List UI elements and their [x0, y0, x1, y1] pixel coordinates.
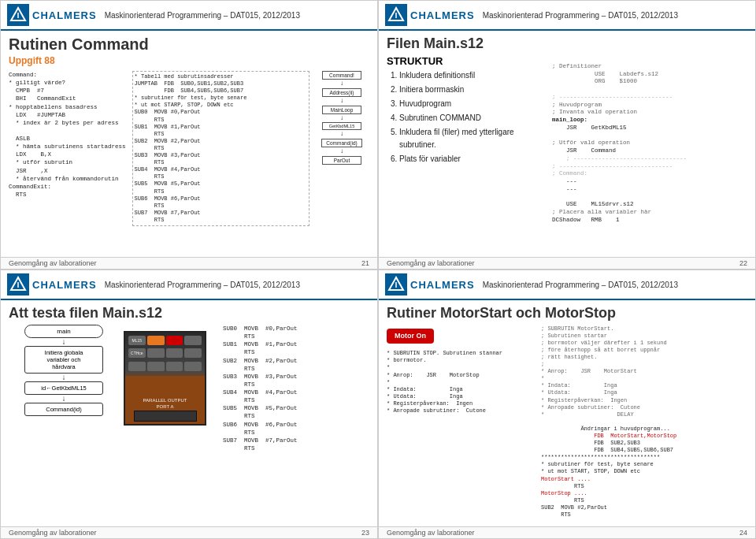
fc-arrow-1: ↓	[340, 80, 343, 87]
slide-2-header: CHALMERS Maskinorienterad Programmering …	[379, 1, 755, 31]
chalmers-text-1: CHALMERS	[32, 9, 97, 21]
slide-4-title: Rutiner MotorStart och MotorStop	[387, 305, 747, 322]
slide-1-header: CHALMERS Maskinorienterad Programmering …	[1, 1, 377, 31]
slide-2: CHALMERS Maskinorienterad Programmering …	[378, 0, 756, 270]
footer-page-2: 22	[739, 259, 747, 267]
footer-page-3: 23	[361, 529, 369, 537]
slide-2-body: STRUKTUR Inkludera definitionsfil Initie…	[387, 55, 747, 232]
footer-label-2: Genomgång av laborationer	[387, 259, 475, 267]
header-title-1: Maskinorienterad Programmering – DAT015,…	[105, 11, 371, 20]
slide-4-right: ; SUBRUTIN MotorStart. ; Subrutinen star…	[541, 325, 747, 503]
chalmers-text-2: CHALMERS	[410, 9, 475, 21]
hardware-image: ML15 CTHce	[124, 331, 206, 426]
hw-key-12	[184, 362, 202, 371]
fc3-init: Initiera globalavariabler ochhårdvara	[24, 346, 103, 374]
fc3-arrow-1: ↓	[62, 338, 66, 346]
slide-3-hardware: OUTPUT PORT A ML15 CTHce	[124, 325, 218, 511]
slide-4-content: Rutiner MotorStart och MotorStop Motor O…	[379, 300, 755, 526]
slide-1: CHALMERS Maskinorienterad Programmering …	[0, 0, 378, 270]
fc-arrow-3: ↓	[340, 115, 343, 122]
slide-1-content: Rutinen Command Uppgift 88 Command: * gi…	[1, 31, 377, 257]
slide-2-left: STRUKTUR Inkludera definitionsfil Initie…	[387, 55, 544, 232]
fc3-arrow-3: ↓	[62, 395, 66, 403]
slide-1-subtitle: Uppgift 88	[9, 55, 369, 66]
fc-node-commandid: Command(id)	[321, 139, 361, 147]
hw-bottom: PARALLEL OUTPUT PORT A	[125, 376, 205, 424]
footer-label-4: Genomgång av laborationer	[387, 529, 475, 537]
header-title-2: Maskinorienterad Programmering – DAT015,…	[483, 11, 749, 20]
slide-3-content: Att testa filen Main.s12 main ↓ Initiera…	[1, 300, 377, 526]
logo-mark-3	[7, 273, 29, 296]
logo-mark-2	[385, 4, 407, 26]
fc-node-commandd: Command!	[322, 71, 361, 80]
list-item-3: Huvudprogram	[399, 98, 544, 110]
hw-key-2	[147, 336, 165, 345]
slide-4: CHALMERS Maskinorienterad Programmering …	[378, 270, 756, 539]
footer-page-1: 21	[361, 259, 369, 267]
chalmers-logo-2: CHALMERS	[385, 4, 475, 26]
slide-3-flowchart: main ↓ Initiera globalavariabler ochhård…	[9, 325, 119, 511]
slide-1-footer: Genomgång av laborationer 21	[1, 257, 377, 269]
list-item-2: Initiera borrmaskin	[399, 84, 544, 96]
hw-key-11	[166, 362, 183, 371]
command-code: Command: * giltigt värde? CMPB #7 BHI Co…	[9, 71, 126, 199]
slide-2-footer: Genomgång av laborationer 22	[379, 257, 755, 269]
slide-1-right-top: * Tabell med subrutinsadresser JUMPTAB F…	[132, 71, 369, 226]
fc-arrow-5: ↓	[340, 148, 343, 155]
chalmers-text-3: CHALMERS	[32, 279, 97, 291]
logo-mark-4	[385, 273, 407, 296]
hw-port-sublabel: PORT A	[157, 404, 174, 409]
hw-key-7	[166, 348, 183, 358]
slide-3-header: CHALMERS Maskinorienterad Programmering …	[1, 270, 377, 300]
fc-arrow-2: ↓	[340, 98, 343, 105]
struktur-list: Inkludera definitionsfil Initiera borrma…	[387, 69, 544, 165]
hw-key-8	[184, 348, 202, 358]
sub-table: * Tabell med subrutinsadresser JUMPTAB F…	[132, 71, 309, 226]
logo-mark-1	[7, 4, 29, 26]
slide-4-footer: Genomgång av laborationer 24	[379, 526, 755, 538]
chalmers-logo-1: CHALMERS	[7, 4, 97, 26]
hw-key-10	[147, 362, 165, 371]
slide-2-content: Filen Main.s12 STRUKTUR Inkludera defini…	[379, 31, 755, 257]
footer-label-3: Genomgång av laborationer	[9, 529, 97, 537]
chalmers-logo-4: CHALMERS	[385, 273, 475, 296]
chalmers-text-4: CHALMERS	[410, 279, 475, 291]
slide-1-flowchart: Command! ↓ Address(ii) ↓ MainLoop ↓ GetK…	[314, 71, 369, 226]
motor-on-button: Motor On	[387, 329, 434, 344]
fc-arrow-4: ↓	[340, 131, 343, 138]
list-item-4: Subrutinen COMMAND	[399, 112, 544, 125]
slide-2-right: ; Definitioner USE Labdefs.s12 ORG $1000…	[552, 55, 747, 232]
list-item-6: Plats för variabler	[399, 153, 544, 165]
footer-label-1: Genomgång av laborationer	[9, 259, 97, 267]
fc3-main: main	[24, 325, 103, 338]
slide-2-title: Filen Main.s12	[387, 35, 747, 52]
slide-4-left: Motor On * SUBRUTIN STOP. Subrutinen sta…	[387, 325, 536, 503]
hw-key-1: ML15	[128, 336, 146, 345]
chalmers-logo-3: CHALMERS	[7, 273, 97, 296]
slide-1-right: * Tabell med subrutinsadresser JUMPTAB F…	[132, 71, 369, 248]
list-item-5: Inkludera fil (filer) med ytterligare su…	[399, 126, 544, 151]
fc3-command: Command(id)	[24, 403, 103, 416]
slide-1-body: Command: * giltigt värde? CMPB #7 BHI Co…	[9, 71, 369, 248]
slide4-left-code: * SUBRUTIN STOP. Subrutinen stannar * bo…	[387, 350, 536, 414]
hw-key-3	[166, 336, 183, 345]
flowchart-container: main ↓ Initiera globalavariabler ochhård…	[9, 325, 119, 416]
hw-key-5: CTHce	[128, 348, 146, 358]
slide-3-right: SUB0 MOVB #0,ParOut RTS SUB1 MOVB #1,Par…	[223, 325, 369, 511]
slide-1-title: Rutinen Command	[9, 35, 369, 54]
hw-key-4	[184, 336, 202, 345]
hw-key-6	[147, 348, 165, 358]
hw-key-9	[128, 362, 146, 371]
slide-3-footer: Genomgång av laborationer 23	[1, 526, 377, 538]
slide-3: CHALMERS Maskinorienterad Programmering …	[0, 270, 378, 539]
list-item-1: Inkludera definitionsfil	[399, 69, 544, 82]
fc-node-parout: ParOut	[322, 156, 361, 165]
fc-node-mainloop: MainLoop	[322, 106, 361, 114]
header-title-4: Maskinorienterad Programmering – DAT015,…	[483, 281, 749, 289]
hw-keys: ML15 CTHce	[125, 333, 205, 376]
hw-port-label: PARALLEL OUTPUT	[143, 398, 187, 403]
fc3-getkbd: id←GetKbdML15	[24, 381, 103, 395]
fc3-arrow-2: ↓	[62, 374, 66, 381]
slide-1-left: Command: * giltigt värde? CMPB #7 BHI Co…	[9, 71, 126, 248]
slide-3-title: Att testa filen Main.s12	[9, 305, 369, 322]
